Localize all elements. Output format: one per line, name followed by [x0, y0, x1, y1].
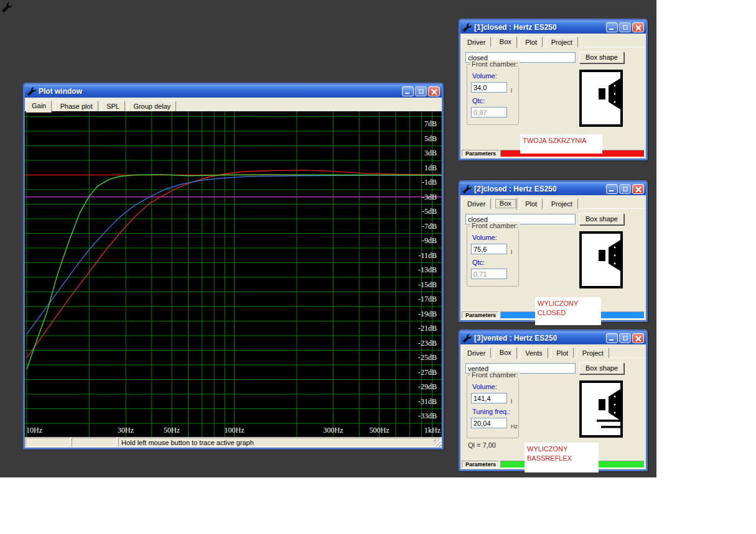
maximize-button[interactable]	[619, 22, 631, 32]
box-shape-button[interactable]: Box shape	[579, 362, 624, 374]
parameters-button[interactable]: Parameters	[462, 150, 499, 157]
window-1-tab-bar: Driver Box Plot Project	[460, 34, 646, 47]
svg-text:-13dB: -13dB	[418, 265, 437, 274]
minimize-button[interactable]	[606, 333, 618, 343]
svg-text:-3dB: -3dB	[422, 193, 437, 201]
minimize-icon	[609, 339, 614, 341]
box-diagram	[579, 231, 623, 288]
window-3-title: [3]vented : Hertz ES250	[474, 334, 606, 343]
close-button[interactable]	[428, 86, 440, 96]
gain-plot-canvas[interactable]: 7dB5dB3dB1dB-1dB-3dB-5dB-7dB-9dB-11dB-13…	[25, 111, 442, 437]
svg-text:7dB: 7dB	[424, 119, 437, 128]
svg-text:-29dB: -29dB	[418, 382, 437, 391]
volume-input[interactable]	[471, 393, 507, 403]
wrench-icon[interactable]	[1, 1, 12, 12]
port-line-bottom	[601, 426, 620, 428]
minimize-icon	[609, 29, 614, 30]
maximize-button[interactable]	[619, 184, 631, 194]
statusbar-panel-1	[26, 438, 70, 447]
minimize-button[interactable]	[402, 86, 414, 96]
ql-value: Ql = 7,00	[468, 441, 496, 449]
plot-window-titlebar[interactable]: Plot window	[25, 85, 442, 98]
window-1-box-panel: Box shape Front chamber: Volume: l Qtc:	[460, 47, 646, 149]
minimize-button[interactable]	[606, 22, 618, 32]
tab-driver[interactable]: Driver	[462, 198, 491, 209]
window-2-tab-bar: Driver Box Plot Project	[460, 195, 646, 209]
annotation-wyliczony-closed: WYLICZONY CLOSED	[535, 297, 601, 325]
tuning-freq-input[interactable]	[471, 418, 507, 428]
svg-text:-15dB: -15dB	[418, 280, 437, 289]
annotation-line: BASSREFLEX	[527, 454, 596, 463]
volume-label: Volume:	[472, 383, 497, 390]
tab-driver[interactable]: Driver	[462, 348, 491, 358]
close-button[interactable]	[632, 22, 644, 32]
maximize-button[interactable]	[619, 333, 631, 343]
volume-label: Volume:	[472, 72, 497, 80]
window-2-title: [2]closed : Hertz ES250	[474, 185, 606, 193]
maximize-icon	[419, 89, 424, 94]
tab-spl[interactable]: SPL	[101, 101, 125, 111]
svg-text:3dB: 3dB	[424, 149, 437, 157]
plot-statusbar: Hold left mouse button to trace active g…	[25, 437, 442, 448]
svg-text:1kHz: 1kHz	[424, 426, 441, 435]
parameters-button[interactable]: Parameters	[462, 461, 499, 468]
svg-text:100Hz: 100Hz	[225, 426, 245, 435]
close-icon	[635, 24, 642, 32]
tab-box[interactable]: Box	[494, 347, 517, 359]
front-chamber-label: Front chamber:	[470, 60, 520, 68]
port-line-top	[597, 420, 620, 422]
tab-project[interactable]: Project	[546, 198, 578, 209]
maximize-button[interactable]	[415, 86, 427, 96]
minimize-button[interactable]	[606, 184, 618, 194]
svg-text:-7dB: -7dB	[422, 222, 437, 231]
statusbar-panel-2	[72, 438, 117, 447]
box-shape-button[interactable]: Box shape	[579, 52, 624, 63]
svg-text:-27dB: -27dB	[418, 368, 437, 377]
tab-project[interactable]: Project	[577, 348, 609, 358]
close-button[interactable]	[632, 333, 644, 343]
tab-box[interactable]: Box	[494, 36, 517, 48]
window-2-box-panel: Box shape Front chamber: Volume: l Qtc:	[460, 209, 646, 310]
svg-text:30Hz: 30Hz	[118, 426, 134, 435]
annotation-line: TWOJA SZKRZYNIA	[523, 136, 600, 145]
statusbar-message: Hold left mouse button to trace active g…	[118, 438, 441, 447]
volume-input[interactable]	[471, 82, 507, 93]
tab-plot[interactable]: Plot	[551, 348, 574, 358]
volume-unit: l	[511, 249, 512, 255]
speaker-icon	[582, 234, 620, 286]
maximize-icon	[623, 25, 628, 30]
volume-label: Volume:	[472, 234, 497, 241]
tab-box[interactable]: Box	[494, 198, 517, 209]
window-3-tab-bar: Driver Box Vents Plot Project	[460, 344, 646, 358]
front-chamber-group: Front chamber: Volume: l Qtc:	[467, 64, 519, 125]
window-1-title: [1]closed : Hertz ES250	[474, 23, 606, 32]
svg-text:-33dB: -33dB	[418, 412, 437, 420]
parameters-button[interactable]: Parameters	[462, 311, 499, 319]
wrench-icon	[27, 86, 36, 96]
box-diagram	[579, 70, 623, 127]
tab-project[interactable]: Project	[546, 37, 578, 47]
tuning-freq-label: Tuning freq.:	[472, 408, 510, 415]
window-1-titlebar[interactable]: [1]closed : Hertz ES250	[460, 21, 646, 34]
maximize-icon	[623, 186, 628, 191]
resize-grip[interactable]	[434, 440, 441, 447]
tab-driver[interactable]: Driver	[462, 37, 491, 47]
volume-input[interactable]	[471, 244, 507, 254]
svg-text:-25dB: -25dB	[418, 353, 437, 362]
front-chamber-group: Front chamber: Volume: l Tuning freq.: H…	[467, 375, 519, 438]
window-3-titlebar[interactable]: [3]vented : Hertz ES250	[460, 331, 646, 344]
svg-text:500Hz: 500Hz	[370, 426, 390, 435]
close-button[interactable]	[632, 184, 644, 194]
wrench-icon	[462, 184, 472, 193]
tab-plot[interactable]: Plot	[520, 37, 543, 47]
window-2-titlebar[interactable]: [2]closed : Hertz ES250	[460, 182, 646, 195]
tab-vents[interactable]: Vents	[520, 348, 548, 358]
svg-text:-31dB: -31dB	[418, 397, 437, 406]
plot-window: Plot window Gain Phase plot SPL Group de…	[23, 83, 444, 449]
box-shape-button[interactable]: Box shape	[579, 213, 624, 225]
tab-plot[interactable]: Plot	[520, 198, 543, 209]
tab-group-delay[interactable]: Group delay	[128, 101, 176, 111]
tab-phase-plot[interactable]: Phase plot	[55, 101, 98, 111]
close-icon	[635, 335, 642, 343]
tab-gain[interactable]: Gain	[26, 100, 52, 112]
